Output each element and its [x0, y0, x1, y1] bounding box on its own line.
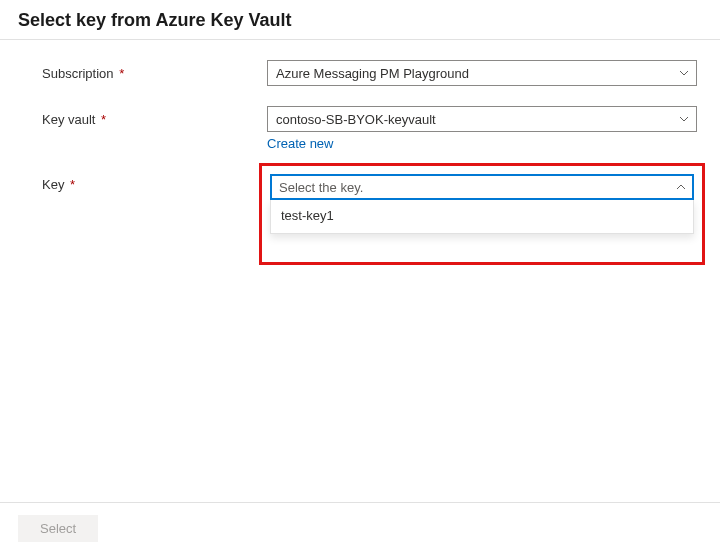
label-subscription: Subscription * [42, 60, 267, 81]
key-dropdown[interactable]: Select the key. [270, 174, 694, 200]
required-marker: * [66, 177, 75, 192]
row-key: Key * Select the key. test-key1 [42, 171, 702, 265]
subscription-dropdown[interactable]: Azure Messaging PM Playground [267, 60, 697, 86]
label-key-vault: Key vault * [42, 106, 267, 127]
label-key-vault-text: Key vault [42, 112, 95, 127]
key-vault-dropdown[interactable]: contoso-SB-BYOK-keyvault [267, 106, 697, 132]
label-subscription-text: Subscription [42, 66, 114, 81]
row-key-vault: Key vault * contoso-SB-BYOK-keyvault Cre… [42, 106, 702, 151]
chevron-down-icon [678, 67, 690, 79]
required-marker: * [97, 112, 106, 127]
subscription-value: Azure Messaging PM Playground [276, 66, 469, 81]
chevron-down-icon [678, 113, 690, 125]
required-marker: * [116, 66, 125, 81]
create-new-link[interactable]: Create new [267, 136, 333, 151]
key-placeholder: Select the key. [279, 180, 363, 195]
footer: Select [0, 502, 720, 554]
label-key: Key * [42, 171, 267, 192]
key-highlight: Select the key. test-key1 [259, 163, 705, 265]
key-vault-value: contoso-SB-BYOK-keyvault [276, 112, 436, 127]
chevron-up-icon [675, 181, 687, 193]
pane-title: Select key from Azure Key Vault [0, 0, 720, 40]
label-key-text: Key [42, 177, 64, 192]
row-subscription: Subscription * Azure Messaging PM Playgr… [42, 60, 702, 86]
key-dropdown-list: test-key1 [270, 200, 694, 234]
key-option[interactable]: test-key1 [271, 200, 693, 233]
select-button[interactable]: Select [18, 515, 98, 542]
